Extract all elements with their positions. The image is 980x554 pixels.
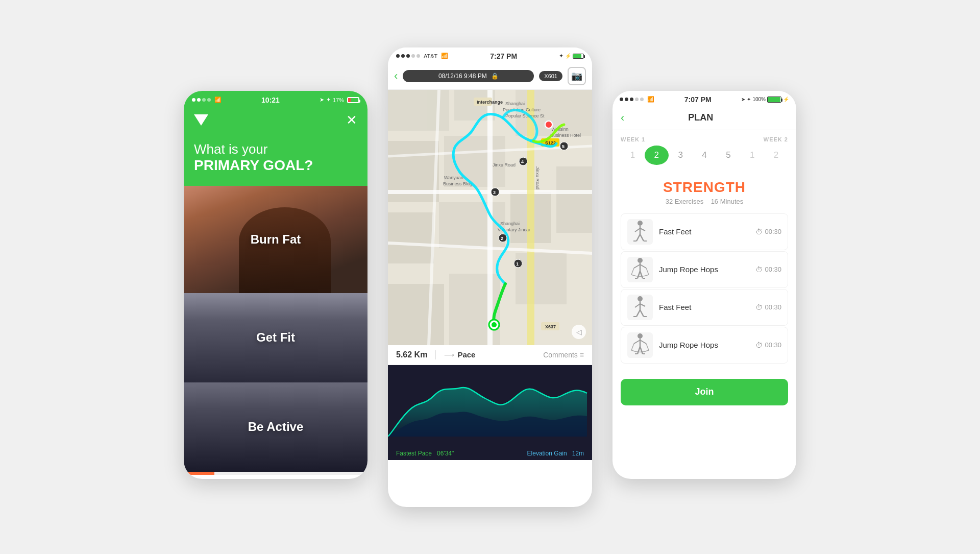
dot1 <box>192 98 195 102</box>
bluetooth-icon: ✦ <box>326 97 331 103</box>
fastest-pace-label: Fastest Pace <box>396 450 432 457</box>
battery-percent: 17% <box>333 97 344 103</box>
comments-label: Comments <box>543 351 578 359</box>
map-back-button[interactable]: ‹ <box>394 69 398 83</box>
day-btn-2[interactable]: 2 <box>645 146 669 165</box>
week-selector: WEEK 1 WEEK 2 <box>612 130 796 142</box>
exercises-count: 32 Exercises <box>666 198 703 205</box>
burn-fat-option[interactable]: Burn Fat <box>184 186 368 293</box>
svg-line-56 <box>640 234 644 241</box>
get-fit-option[interactable]: Get Fit <box>184 293 368 382</box>
lock-icon: 🔒 <box>491 73 499 80</box>
svg-line-79 <box>634 340 640 344</box>
exercise-item-4[interactable]: Jump Rope Hops ⏱ 00:30 <box>621 327 788 364</box>
fastest-pace-value: 06'34" <box>437 450 454 457</box>
svg-rect-8 <box>388 284 444 345</box>
exercise-name-2: Jump Rope Hops <box>659 265 749 274</box>
svg-line-63 <box>640 264 646 268</box>
phone3-battery-percent: 100% <box>752 97 766 102</box>
sd3-1 <box>620 98 623 101</box>
comments-stat[interactable]: Comments ≡ <box>543 351 584 359</box>
phone1-time: 10:21 <box>261 96 280 104</box>
fast-feet-figure-1 <box>627 219 653 245</box>
join-button[interactable]: Join <box>621 379 788 405</box>
plan-nav: ‹ PLAN <box>612 106 796 130</box>
day-btn-4[interactable]: 4 <box>693 146 717 165</box>
sd2-5 <box>416 54 420 58</box>
svg-text:X637: X637 <box>545 324 556 329</box>
phone2-status-bar: AT&T 📶 7:27 PM ✦ ⚡ <box>388 47 592 63</box>
svg-line-82 <box>646 344 649 350</box>
dot2 <box>197 98 201 102</box>
phone3-status-bar: 📶 7:07 PM ➤ ✦ 100% ⚡ <box>612 91 796 106</box>
sd2-3 <box>406 54 410 58</box>
exercise-time-3: ⏱ 00:30 <box>755 303 781 311</box>
phone3-bluetooth-icon: ✦ <box>747 97 751 102</box>
fast-feet-figure-2 <box>627 295 653 320</box>
phone2-carrier: AT&T <box>424 53 437 59</box>
plan-type: STRENGTH <box>621 179 788 196</box>
day-btn-w2-1[interactable]: 1 <box>740 146 764 165</box>
exercise-item-2[interactable]: Jump Rope Hops ⏱ 00:30 <box>621 251 788 288</box>
phone3-wifi-icon: 📶 <box>647 96 654 103</box>
svg-line-64 <box>646 268 649 275</box>
exercise-item-1[interactable]: Fast Feet ⏱ 00:30 <box>621 213 788 250</box>
sd2-1 <box>396 54 400 58</box>
svg-text:Business Bldg: Business Bldg <box>443 181 472 186</box>
day-btn-1[interactable]: 1 <box>621 146 645 165</box>
day-selector: 1 2 3 4 5 1 2 <box>612 142 796 171</box>
sd2-2 <box>401 54 405 58</box>
exercise-list: Fast Feet ⏱ 00:30 <box>621 213 788 364</box>
svg-line-71 <box>635 304 640 307</box>
svg-line-53 <box>635 228 640 232</box>
be-active-option[interactable]: Be Active <box>184 382 368 472</box>
svg-text:Jinxu Road: Jinxu Road <box>535 166 540 189</box>
svg-line-81 <box>640 340 646 344</box>
primary-goal-question: What is your PRIMARY GOAL? <box>184 136 368 186</box>
pace-label: Pace <box>457 350 475 359</box>
exercise-time-2: ⏱ 00:30 <box>755 266 781 274</box>
battery-icon <box>347 97 359 103</box>
day-btn-5[interactable]: 5 <box>716 146 740 165</box>
exercise-item-3[interactable]: Fast Feet ⏱ 00:30 <box>621 289 788 326</box>
timer-icon-1: ⏱ <box>755 228 763 236</box>
close-button[interactable]: ✕ <box>346 112 357 128</box>
svg-rect-11 <box>516 253 567 304</box>
day-btn-3[interactable]: 3 <box>669 146 693 165</box>
svg-line-74 <box>640 310 644 317</box>
phone2-time: 7:27 PM <box>490 52 517 60</box>
phone2-charging-icon: ⚡ <box>565 53 571 59</box>
exercise-time-4: ⏱ 00:30 <box>755 341 781 349</box>
svg-line-61 <box>634 264 640 268</box>
svg-line-73 <box>636 310 640 317</box>
phone3-battery-fill <box>768 97 780 102</box>
exercise-icon-2 <box>627 257 653 282</box>
compass-arrow: ◁ <box>576 328 582 336</box>
map-header: ‹ 08/12/16 9:48 PM 🔒 X601 📷 <box>388 63 592 90</box>
battery-fill <box>348 98 351 102</box>
svg-text:2: 2 <box>501 236 503 241</box>
time-value-1: 00:30 <box>765 228 781 235</box>
camera-button[interactable]: 📷 <box>568 67 586 85</box>
phone3-battery <box>767 97 781 103</box>
sd3-3 <box>630 98 633 101</box>
timer-icon-2: ⏱ <box>755 266 763 274</box>
day-btn-w2-2[interactable]: 2 <box>764 146 788 165</box>
map-date: 08/12/16 9:48 PM <box>438 73 487 80</box>
map-compass: ◁ <box>572 325 586 339</box>
exercise-icon-4 <box>627 332 653 358</box>
goal-options: Burn Fat Get Fit Be Active <box>184 186 368 472</box>
comments-menu-icon: ≡ <box>580 351 584 359</box>
phone1-status-bar: 📶 10:21 ➤ ✦ 17% <box>184 91 368 107</box>
map-view[interactable]: Jinxu Road Jinxu Road Shanghai Populatio… <box>388 90 592 345</box>
question-line1: What is your <box>194 141 357 157</box>
fastest-pace-stat: Fastest Pace 06'34" <box>396 450 454 457</box>
elevation-gain-stat: Elevation Gain 12m <box>527 450 584 457</box>
exercise-name-4: Jump Rope Hops <box>659 341 749 349</box>
dot3 <box>202 98 206 102</box>
svg-text:Jinxu Road: Jinxu Road <box>493 162 516 167</box>
plan-back-button[interactable]: ‹ <box>621 111 624 125</box>
svg-rect-7 <box>439 202 505 248</box>
wifi-icon: 📶 <box>214 97 222 103</box>
svg-rect-12 <box>556 166 592 233</box>
